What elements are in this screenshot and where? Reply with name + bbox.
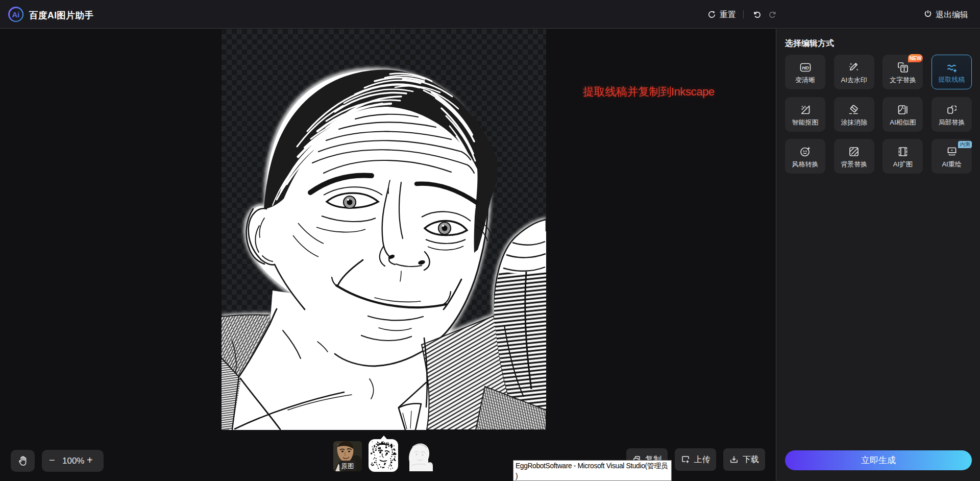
svg-text:HD: HD [802, 65, 809, 70]
svg-text:原图: 原图 [341, 463, 354, 470]
